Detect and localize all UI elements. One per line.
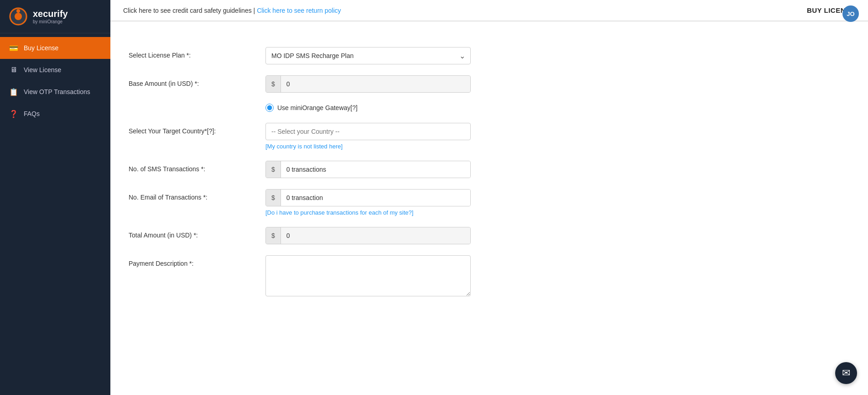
license-plan-row: Select License Plan *: MO IDP SMS Rechar… bbox=[129, 47, 594, 64]
app-name: xecurify bbox=[33, 9, 68, 19]
dollar-icon: $ bbox=[266, 76, 281, 92]
sidebar-item-view-license[interactable]: 🖥 View License bbox=[0, 59, 110, 81]
gateway-radio[interactable] bbox=[265, 104, 274, 112]
sidebar-item-label: FAQs bbox=[24, 110, 40, 117]
sidebar-item-label: View License bbox=[24, 66, 61, 74]
total-amount-row: Total Amount (in USD) *: $ bbox=[129, 227, 594, 244]
base-amount-input-wrap: $ bbox=[265, 75, 471, 93]
divider bbox=[110, 21, 868, 21]
sidebar-logo: xecurify by miniOrange bbox=[0, 0, 110, 33]
chat-icon: ✉ bbox=[842, 367, 850, 379]
question-icon: ❓ bbox=[9, 109, 18, 118]
base-amount-control: $ bbox=[265, 75, 471, 93]
country-not-listed: [My country is not listed here] bbox=[265, 143, 471, 150]
logo-text: xecurify by miniOrange bbox=[33, 9, 68, 24]
dollar-total-icon: $ bbox=[266, 227, 281, 244]
dollar-sms-icon: $ bbox=[266, 161, 281, 178]
sidebar-item-label: Buy License bbox=[24, 44, 58, 52]
app-sub: by miniOrange bbox=[33, 19, 68, 24]
sidebar-item-faqs[interactable]: ❓ FAQs bbox=[0, 103, 110, 125]
list-icon: 📋 bbox=[9, 87, 18, 96]
purchase-note-link[interactable]: [Do i have to purchase transactions for … bbox=[265, 209, 413, 216]
email-transactions-input-wrap: $ bbox=[265, 189, 471, 206]
sms-transactions-input-wrap: $ bbox=[265, 161, 471, 178]
payment-desc-control bbox=[265, 255, 471, 298]
base-amount-field bbox=[281, 76, 470, 92]
sidebar-nav: 💳 Buy License 🖥 View License 📋 View OTP … bbox=[0, 33, 110, 125]
monitor-icon: 🖥 bbox=[9, 65, 18, 74]
country-input[interactable] bbox=[265, 123, 471, 140]
sidebar-item-view-otp[interactable]: 📋 View OTP Transactions bbox=[0, 81, 110, 103]
sms-transactions-control: $ bbox=[265, 161, 471, 178]
country-row: Select Your Target Country*[?]: [My coun… bbox=[129, 123, 594, 150]
sidebar-item-buy-license[interactable]: 💳 Buy License bbox=[0, 37, 110, 59]
total-amount-field bbox=[281, 227, 470, 244]
sms-transactions-field[interactable] bbox=[281, 161, 470, 178]
credit-card-icon: 💳 bbox=[9, 43, 18, 53]
payment-desc-row: Payment Description *: bbox=[129, 255, 594, 298]
topbar-safety: Click here to see credit card safety gui… bbox=[123, 7, 341, 14]
return-policy-link[interactable]: Click here to see return policy bbox=[257, 7, 341, 14]
license-plan-label: Select License Plan *: bbox=[129, 47, 265, 59]
gateway-row: Use miniOrange Gateway[?] bbox=[129, 104, 594, 112]
total-amount-input-wrap: $ bbox=[265, 227, 471, 244]
email-transactions-control: $ [Do i have to purchase transactions fo… bbox=[265, 189, 471, 216]
country-not-listed-link[interactable]: [My country is not listed here] bbox=[265, 143, 343, 150]
sms-transactions-label: No. of SMS Transactions *: bbox=[129, 161, 265, 173]
base-amount-row: Base Amount (in USD) *: $ bbox=[129, 75, 594, 93]
chat-button[interactable]: ✉ bbox=[835, 362, 857, 384]
license-plan-control: MO IDP SMS Recharge PlanStandard PlanPre… bbox=[265, 47, 471, 64]
topbar: Click here to see credit card safety gui… bbox=[110, 0, 868, 21]
safety-text: Click here to see credit card safety gui… bbox=[123, 7, 257, 14]
sidebar: xecurify by miniOrange 💳 Buy License 🖥 V… bbox=[0, 0, 110, 395]
email-transactions-row: No. Email of Transactions *: $ [Do i hav… bbox=[129, 189, 594, 216]
total-amount-control: $ bbox=[265, 227, 471, 244]
payment-desc-label: Payment Description *: bbox=[129, 255, 265, 267]
total-amount-label: Total Amount (in USD) *: bbox=[129, 227, 265, 239]
purchase-note: [Do i have to purchase transactions for … bbox=[265, 209, 471, 216]
license-plan-select-wrap: MO IDP SMS Recharge PlanStandard PlanPre… bbox=[265, 47, 471, 64]
country-control: [My country is not listed here] bbox=[265, 123, 471, 150]
sms-transactions-row: No. of SMS Transactions *: $ bbox=[129, 161, 594, 178]
logo-icon bbox=[8, 6, 28, 26]
svg-point-3 bbox=[16, 9, 20, 13]
gateway-label: Use miniOrange Gateway[?] bbox=[277, 104, 358, 111]
sidebar-item-label: View OTP Transactions bbox=[24, 88, 90, 95]
license-plan-select[interactable]: MO IDP SMS Recharge PlanStandard PlanPre… bbox=[265, 47, 471, 64]
email-transactions-label: No. Email of Transactions *: bbox=[129, 189, 265, 201]
form-area: Select License Plan *: MO IDP SMS Rechar… bbox=[110, 32, 612, 324]
country-label: Select Your Target Country*[?]: bbox=[129, 123, 265, 135]
email-transactions-field[interactable] bbox=[281, 190, 470, 206]
payment-desc-field[interactable] bbox=[265, 255, 471, 296]
base-amount-label: Base Amount (in USD) *: bbox=[129, 75, 265, 87]
avatar[interactable]: JO bbox=[842, 5, 859, 22]
main-content: Click here to see credit card safety gui… bbox=[110, 0, 868, 395]
dollar-email-icon: $ bbox=[266, 190, 281, 206]
